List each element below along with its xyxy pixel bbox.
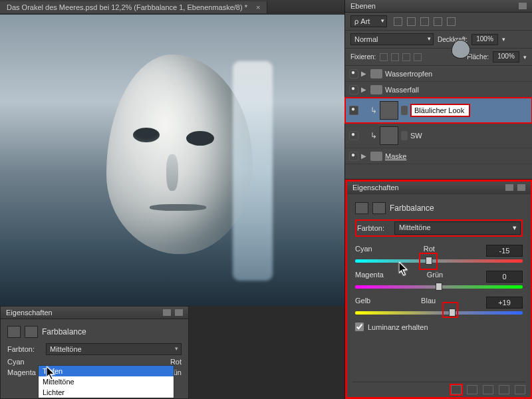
menu-icon[interactable] <box>519 3 527 9</box>
canvas[interactable] <box>0 15 344 306</box>
artwork-face <box>106 55 253 254</box>
visibility-toggle[interactable] <box>349 131 358 140</box>
previous-state-icon[interactable] <box>467 385 477 394</box>
cursor-icon <box>47 366 56 378</box>
visibility-toggle[interactable] <box>349 69 358 78</box>
adjustment-name: Farbbalance <box>42 327 86 336</box>
layer-name[interactable]: SW <box>410 132 422 140</box>
artwork-waterfall <box>233 61 273 281</box>
trash-icon[interactable] <box>515 385 525 394</box>
layers-title: Ebenen <box>350 2 376 10</box>
menu-icon[interactable] <box>175 309 183 316</box>
panel-title: Eigenschaften <box>352 184 399 192</box>
visibility-toggle[interactable] <box>349 85 358 94</box>
twisty-icon[interactable]: ▶ <box>361 152 368 160</box>
magenta-label: Magenta <box>355 271 384 283</box>
filter-shape-icon[interactable] <box>434 17 442 26</box>
link-icon[interactable] <box>401 131 408 140</box>
annotation-box <box>442 302 458 318</box>
twisty-icon[interactable]: ▶ <box>361 70 368 77</box>
folder-icon <box>370 152 382 161</box>
close-icon[interactable]: × <box>256 3 260 11</box>
opacity-value[interactable]: 100% <box>471 34 498 45</box>
lock-pixels-icon[interactable] <box>391 53 399 61</box>
fill-label: Fläche: <box>467 53 489 61</box>
lock-transparent-icon[interactable] <box>380 53 388 61</box>
preserve-luminosity-checkbox[interactable]: Luminanz erhalten <box>355 323 523 331</box>
magenta-green-slider[interactable] <box>355 285 523 289</box>
visibility-icon[interactable] <box>499 385 509 394</box>
checkbox-label: Luminanz erhalten <box>368 323 428 331</box>
layer-name[interactable]: Maske <box>385 152 406 160</box>
balance-icon <box>355 202 368 214</box>
folder-icon <box>370 69 382 78</box>
fill-flyout-icon[interactable]: ▾ <box>523 54 527 61</box>
lock-label: Fixieren: <box>350 53 376 61</box>
document-tab[interactable]: Das Orakel des Meeres.psd bei 12,2% (Far… <box>0 1 267 13</box>
cyan-value[interactable]: -15 <box>486 245 523 257</box>
filter-adjust-icon[interactable] <box>407 17 416 26</box>
layer-name[interactable]: Wasserfall <box>385 86 419 94</box>
opacity-flyout-icon[interactable]: ▾ <box>502 36 505 43</box>
mask-icon <box>372 202 386 214</box>
menu-icon[interactable] <box>517 184 525 191</box>
clip-icon: ↳ <box>370 131 377 140</box>
tone-dropdown[interactable]: Tiefen Mitteltöne Lichter <box>38 365 174 398</box>
filter-type-icon[interactable] <box>420 17 429 26</box>
link-icon[interactable] <box>401 106 408 115</box>
mask-thumb[interactable] <box>452 40 470 59</box>
blue-label: Blau <box>421 297 436 309</box>
cursor-icon <box>399 262 408 274</box>
blend-mode-select[interactable]: Normal <box>350 33 434 45</box>
dropdown-option-tiefen[interactable]: Tiefen <box>39 366 174 376</box>
cyan-label: Cyan <box>355 245 372 257</box>
adjustment-name: Farbbalance <box>390 203 434 213</box>
adjustment-thumb[interactable] <box>380 126 398 145</box>
filter-smart-icon[interactable] <box>447 17 456 26</box>
cyan-red-slider[interactable] <box>355 259 523 263</box>
layers-panel: Ebenen ρ Art Normal Deckkraft: 100% ▾ Fi… <box>345 0 532 180</box>
visibility-toggle[interactable] <box>349 152 358 161</box>
slider-handle[interactable] <box>436 283 442 291</box>
mask-icon <box>25 326 38 338</box>
layer-group[interactable]: ▶ Wasserfall <box>345 82 532 98</box>
layer-group[interactable]: ▶ Wassertropfen <box>345 66 532 82</box>
lock-all-icon[interactable] <box>414 53 422 61</box>
properties-panel: Eigenschaften Farbbalance Farbton: Mitte… <box>345 180 532 399</box>
twisty-icon[interactable]: ▶ <box>361 86 368 93</box>
tone-label: Farbton: <box>7 345 42 353</box>
panel-title: Eigenschaften <box>6 309 53 317</box>
tone-select[interactable]: Mitteltöne <box>46 343 182 355</box>
annotation-box <box>419 253 438 270</box>
layer-name-edit[interactable] <box>410 104 470 117</box>
dropdown-option-lichter[interactable]: Lichter <box>39 387 174 398</box>
tone-label: Farbton: <box>357 224 390 232</box>
lock-position-icon[interactable] <box>402 53 410 61</box>
tone-select[interactable]: Mitteltöne <box>394 221 521 235</box>
checkbox-input[interactable] <box>355 323 364 331</box>
collapse-icon[interactable] <box>505 184 513 191</box>
visibility-toggle[interactable] <box>349 106 358 115</box>
reset-icon[interactable] <box>483 385 493 394</box>
layer-filter-select[interactable]: ρ Art <box>350 15 387 27</box>
fill-value[interactable]: 100% <box>493 51 519 63</box>
balance-icon <box>7 326 21 338</box>
collapse-icon[interactable] <box>163 309 171 316</box>
layer-group[interactable]: ▶ Maske <box>345 148 532 164</box>
clip-icon[interactable] <box>451 385 462 394</box>
adjustment-thumb[interactable] <box>380 101 398 120</box>
clip-icon: ↳ <box>370 106 377 115</box>
layer-name[interactable]: Wassertropfen <box>385 70 432 78</box>
dropdown-option-mitteltoene[interactable]: Mitteltöne <box>39 376 174 387</box>
document-title: Das Orakel des Meeres.psd bei 12,2% (Far… <box>7 3 247 11</box>
layer-adjustment-active[interactable]: ↳ <box>345 98 532 123</box>
yellow-value[interactable]: +19 <box>486 297 523 309</box>
yellow-blue-slider[interactable] <box>355 311 523 315</box>
magenta-value[interactable]: 0 <box>486 271 523 283</box>
layer-adjustment[interactable]: ↳ SW <box>345 123 532 148</box>
yellow-label: Gelb <box>355 297 370 309</box>
filter-pixel-icon[interactable] <box>394 17 402 26</box>
folder-icon <box>370 85 382 94</box>
green-label: Grün <box>427 271 443 283</box>
